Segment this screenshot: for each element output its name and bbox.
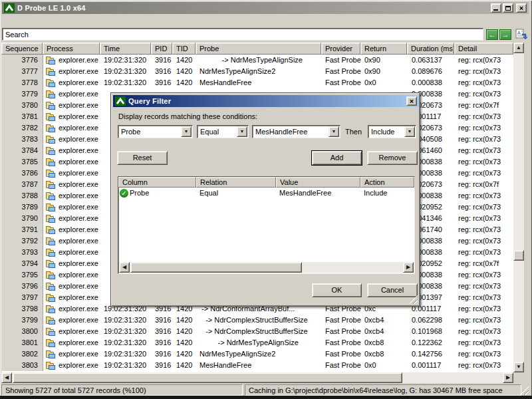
explorer-process-icon	[46, 215, 56, 223]
table-row[interactable]: 3777 explorer.exe 19:02:31:320 3916 1420…	[2, 66, 513, 77]
chevron-down-icon[interactable]: ▼	[181, 126, 192, 137]
column-header-time[interactable]: Time	[100, 43, 151, 55]
dialog-close-button[interactable]: ×	[406, 96, 417, 106]
filter-column-header[interactable]: Column	[118, 177, 196, 188]
explorer-process-icon	[46, 124, 56, 132]
explorer-process-icon	[46, 237, 56, 245]
menu-item[interactable]	[38, 20, 50, 21]
horizontal-scrollbar[interactable]: ◀ ▶	[1, 372, 513, 383]
dialog-logo-icon	[115, 96, 126, 106]
filter-action-header[interactable]: Action	[360, 177, 414, 188]
table-row[interactable]: 3802 explorer.exe 19:02:31:320 3916 1420…	[2, 348, 513, 360]
table-header: Sequence Process Time PID TID Probe Prov…	[1, 43, 513, 55]
explorer-process-icon	[46, 158, 56, 166]
explorer-process-icon	[46, 181, 56, 189]
explorer-process-icon	[46, 226, 56, 234]
column-header-sequence[interactable]: Sequence	[1, 43, 43, 55]
explorer-process-icon	[46, 294, 56, 302]
explorer-process-icon	[46, 170, 56, 178]
filter-list-header: Column Relation Value Action	[118, 177, 414, 188]
scroll-left-icon[interactable]: ◀	[119, 262, 130, 273]
filter-scroll-thumb[interactable]	[130, 262, 302, 273]
explorer-process-icon	[46, 362, 56, 370]
explorer-process-icon	[46, 57, 56, 65]
column-header-pid[interactable]: PID	[151, 43, 172, 55]
explorer-process-icon	[46, 339, 56, 347]
vertical-scrollbar[interactable]: ▲ ▼	[513, 43, 524, 372]
filter-row[interactable]: ✓Probe Equal MesHandleFree Include	[118, 188, 414, 199]
explorer-process-icon	[46, 260, 56, 268]
menu-item[interactable]	[26, 20, 38, 21]
filter-list-scrollbar[interactable]: ◀ ▶	[119, 262, 414, 273]
filter-relation-header[interactable]: Relation	[196, 177, 276, 188]
column-header-return[interactable]: Return	[360, 43, 407, 55]
forward-button[interactable]: →	[499, 29, 511, 40]
menu-item[interactable]	[14, 20, 26, 21]
column-header-detail[interactable]: Detail	[454, 43, 513, 55]
close-button[interactable]: ×	[516, 3, 527, 13]
scroll-left-icon[interactable]: ◀	[1, 372, 12, 383]
filter-rows: ✓Probe Equal MesHandleFree Include	[118, 188, 414, 199]
app-logo-icon	[4, 3, 15, 13]
explorer-process-icon	[46, 305, 56, 313]
dialog-instruction: Display records matching these condition…	[118, 112, 257, 120]
menu-item[interactable]	[62, 20, 74, 21]
app-window: D Probe LE 1.0 x64 × ← → A Sequence Proc…	[0, 0, 532, 399]
table-row[interactable]: 3799 explorer.exe 19:02:31:320 3916 1420…	[2, 315, 513, 326]
scroll-up-icon[interactable]: ▲	[513, 43, 524, 53]
column-header-duration[interactable]: Duration (ms)	[407, 43, 454, 55]
action-select[interactable]: Include ▼	[368, 125, 416, 138]
explorer-process-icon	[46, 249, 56, 257]
cancel-button[interactable]: Cancel	[367, 283, 418, 297]
explorer-process-icon	[46, 136, 56, 144]
scroll-right-icon[interactable]: ▶	[503, 372, 513, 383]
arrow-left-icon: ←	[489, 31, 496, 39]
table-row[interactable]: 3800 explorer.exe 19:02:31:320 3916 1420…	[2, 326, 513, 337]
table-row[interactable]: 3776 explorer.exe 19:02:31:320 3916 1420…	[2, 55, 513, 66]
column-header-tid[interactable]: TID	[172, 43, 196, 55]
explorer-process-icon	[46, 79, 56, 87]
table-row[interactable]: 3778 explorer.exe 19:02:31:320 3916 1420…	[2, 77, 513, 88]
explorer-process-icon	[46, 317, 56, 325]
reset-button[interactable]: Reset	[117, 151, 168, 165]
back-button[interactable]: ←	[486, 29, 498, 40]
search-input[interactable]	[2, 28, 483, 41]
explorer-process-icon	[46, 147, 56, 155]
column-header-provider[interactable]: Provider	[321, 43, 360, 55]
dialog-title: Query Filter	[128, 97, 406, 105]
scroll-right-icon[interactable]: ▶	[403, 262, 414, 273]
menu-item[interactable]	[2, 20, 14, 21]
chevron-down-icon[interactable]: ▼	[404, 126, 415, 137]
menubar	[2, 15, 529, 26]
table-row[interactable]: 3803 explorer.exe 19:02:31:320 3916 1420…	[2, 360, 513, 371]
explorer-process-icon	[46, 113, 56, 121]
export-log-icon[interactable]: A	[515, 29, 528, 40]
chevron-down-icon[interactable]: ▼	[329, 126, 339, 137]
chevron-down-icon[interactable]: ▼	[237, 126, 247, 137]
table-row[interactable]: 3801 explorer.exe 19:02:31:320 3916 1420…	[2, 337, 513, 348]
maximize-button[interactable]	[503, 3, 513, 13]
value-select[interactable]: MesHandleFree ▼	[252, 125, 340, 138]
column-header-process[interactable]: Process	[43, 43, 100, 55]
dialog-titlebar: Query Filter ×	[113, 95, 419, 107]
add-button[interactable]: Add	[312, 151, 362, 165]
explorer-process-icon	[46, 350, 56, 358]
column-header-probe[interactable]: Probe	[196, 43, 321, 55]
column-select[interactable]: Probe ▼	[118, 125, 193, 138]
vertical-scroll-thumb[interactable]	[513, 250, 524, 261]
query-filter-dialog: Query Filter × Display records matching …	[110, 92, 420, 307]
scroll-down-icon[interactable]: ▼	[513, 362, 524, 372]
check-icon: ✓	[120, 189, 128, 198]
relation-select[interactable]: Equal ▼	[197, 125, 249, 138]
explorer-process-icon	[46, 328, 56, 336]
explorer-process-icon	[46, 68, 56, 76]
menu-item[interactable]	[50, 20, 62, 21]
explorer-process-icon	[46, 102, 56, 110]
window-title: D Probe LE 1.0 x64	[17, 4, 491, 12]
titlebar: D Probe LE 1.0 x64 ×	[2, 2, 529, 14]
filter-value-header[interactable]: Value	[276, 177, 360, 188]
horizontal-scroll-thumb[interactable]	[13, 372, 402, 383]
ok-button[interactable]: OK	[312, 283, 362, 297]
remove-button[interactable]: Remove	[367, 151, 418, 165]
minimize-button[interactable]	[491, 3, 501, 13]
